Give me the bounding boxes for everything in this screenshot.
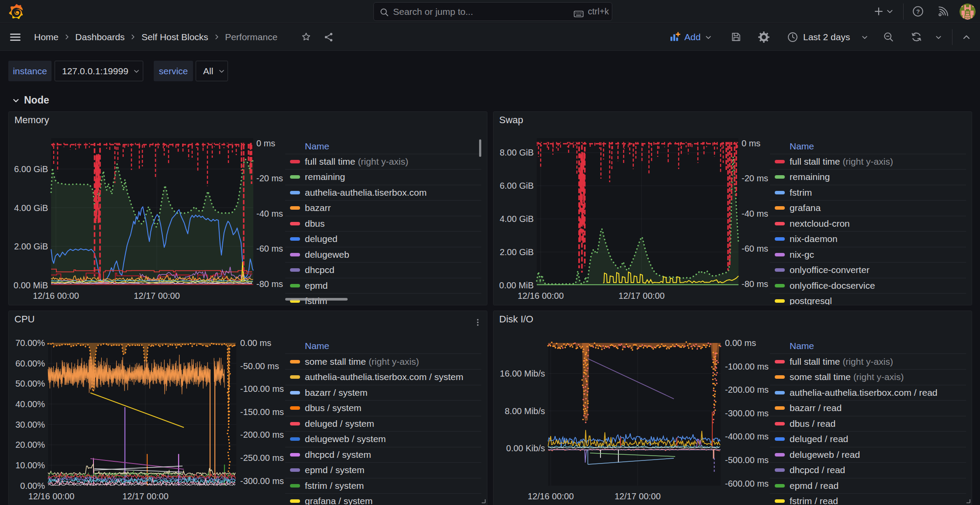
svg-text:?: ?: [916, 8, 920, 15]
